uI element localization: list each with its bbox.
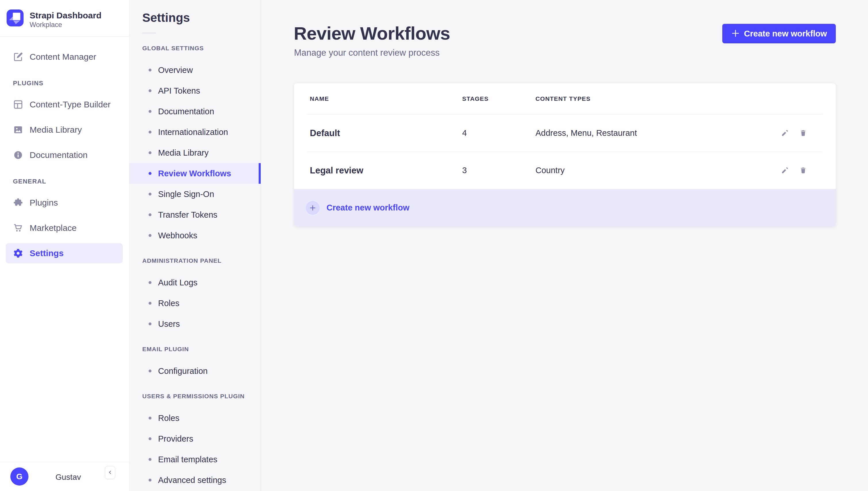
column-header-stages: STAGES (462, 95, 536, 102)
subnav-item-advanced-settings[interactable]: Advanced settings (129, 470, 261, 490)
edit-button[interactable] (781, 129, 789, 137)
content-types-cell: Address, Menu, Restaurant (536, 128, 750, 138)
collapse-sidebar-button[interactable] (105, 466, 115, 479)
subnav-item-review-workflows[interactable]: Review Workflows (129, 163, 261, 184)
column-header-content-types: CONTENT TYPES (536, 95, 750, 102)
cart-icon (13, 223, 23, 233)
subnav-item-email-templates[interactable]: Email templates (129, 449, 261, 470)
sidebar-item-label: Content Manager (30, 52, 96, 62)
info-icon (13, 150, 23, 160)
subnav-item-label: Configuration (158, 366, 208, 376)
subnav-item-label: API Tokens (158, 86, 200, 96)
trash-icon (799, 129, 807, 137)
sidebar-item-content-manager[interactable]: Content Manager (6, 47, 123, 67)
subnav-item-roles[interactable]: Roles (129, 408, 261, 428)
subnav-item-label: Single Sign-On (158, 190, 214, 199)
subnav-section-label: GLOBAL SETTINGS (142, 45, 261, 52)
subnav-item-label: Transfer Tokens (158, 210, 217, 220)
row-actions (750, 129, 836, 137)
trash-icon (799, 167, 807, 174)
subnav-item-internationalization[interactable]: Internationalization (129, 122, 261, 142)
settings-subnav: Settings GLOBAL SETTINGSOverviewAPI Toke… (129, 0, 261, 491)
bullet-icon (148, 89, 152, 92)
sidebar-item-label: Media Library (30, 125, 82, 135)
bullet-icon (148, 302, 152, 305)
sidebar-item-label: Content-Type Builder (30, 99, 111, 109)
subnav-item-transfer-tokens[interactable]: Transfer Tokens (129, 204, 261, 225)
table-row[interactable]: Legal review3Country (294, 152, 836, 189)
subnav-title: Settings (142, 11, 261, 25)
subnav-item-label: Advanced settings (158, 475, 226, 485)
workspace-title: Strapi Dashboard (30, 11, 102, 20)
sidebar-item-label: Marketplace (30, 223, 77, 233)
bullet-icon (148, 151, 152, 154)
subnav-item-label: Users (158, 319, 180, 329)
subnav-item-single-sign-on[interactable]: Single Sign-On (129, 184, 261, 204)
nav-section-label: GENERAL (13, 178, 129, 185)
sidebar-item-marketplace[interactable]: Marketplace (6, 218, 123, 238)
pen-icon (13, 52, 23, 62)
bullet-icon (148, 281, 152, 284)
delete-button[interactable] (799, 129, 807, 137)
subnav-item-label: Overview (158, 65, 193, 75)
create-workflow-row-label: Create new workflow (326, 203, 409, 212)
sidebar-footer: G Gustav (0, 462, 129, 491)
subnav-item-users[interactable]: Users (129, 314, 261, 334)
sidebar-item-documentation[interactable]: Documentation (6, 145, 123, 165)
page-title: Review Workflows (294, 23, 450, 44)
chevron-left-icon (107, 469, 113, 476)
sidebar-item-plugins[interactable]: Plugins (6, 193, 123, 213)
column-header-name: NAME (310, 95, 462, 102)
subnav-item-documentation[interactable]: Documentation (129, 101, 261, 122)
subnav-item-media-library[interactable]: Media Library (129, 142, 261, 163)
stages-cell: 3 (462, 166, 536, 175)
edit-button[interactable] (781, 167, 789, 174)
delete-button[interactable] (799, 167, 807, 174)
bullet-icon (148, 322, 152, 325)
subnav-item-label: Roles (158, 413, 179, 423)
puzzle-icon (13, 198, 23, 208)
subnav-item-providers[interactable]: Providers (129, 428, 261, 449)
subnav-section-label: EMAIL PLUGIN (142, 346, 261, 353)
subnav-item-api-tokens[interactable]: API Tokens (129, 80, 261, 101)
sidebar-item-content-type-builder[interactable]: Content-Type Builder (6, 94, 123, 115)
subnav-item-label: Documentation (158, 107, 214, 116)
subnav-item-label: Email templates (158, 455, 217, 464)
sidebar-item-label: Documentation (30, 150, 88, 160)
pencil-icon (781, 129, 789, 137)
bullet-icon (148, 458, 152, 461)
table-body: Default4Address, Menu, RestaurantLegal r… (294, 114, 836, 189)
stages-cell: 4 (462, 128, 536, 138)
user-avatar[interactable]: G (10, 467, 28, 486)
create-workflow-row[interactable]: Create new workflow (294, 189, 836, 227)
sidebar-item-media-library[interactable]: Media Library (6, 120, 123, 140)
main-content: Review Workflows Manage your content rev… (261, 0, 868, 491)
subnav-item-label: Roles (158, 299, 179, 308)
sidebar-item-settings[interactable]: Settings (6, 243, 123, 263)
row-actions (750, 167, 836, 174)
gear-icon (13, 248, 23, 258)
nav-section-label: PLUGINS (13, 80, 129, 87)
bullet-icon (148, 370, 152, 372)
bullet-icon (148, 193, 152, 196)
main-sidebar: Strapi Dashboard Workplace Content Manag… (0, 0, 129, 491)
workspace-header[interactable]: Strapi Dashboard Workplace (0, 0, 129, 37)
subnav-item-roles[interactable]: Roles (129, 293, 261, 314)
table-row[interactable]: Default4Address, Menu, Restaurant (294, 115, 836, 152)
create-workflow-button[interactable]: Create new workflow (722, 24, 836, 44)
subnav-sections: GLOBAL SETTINGSOverviewAPI TokensDocumen… (129, 45, 261, 490)
bullet-icon (148, 131, 152, 134)
subnav-item-webhooks[interactable]: Webhooks (129, 225, 261, 246)
page-subtitle: Manage your content review process (294, 48, 440, 58)
workflows-table: NAME STAGES CONTENT TYPES Default4Addres… (294, 83, 836, 227)
main-nav-list: Content ManagerPLUGINSContent-Type Build… (0, 37, 129, 263)
subnav-item-overview[interactable]: Overview (129, 60, 261, 80)
plus-icon (731, 29, 740, 38)
pencil-icon (781, 167, 789, 174)
bullet-icon (148, 213, 152, 216)
strapi-logo-icon (7, 9, 24, 26)
subnav-item-configuration[interactable]: Configuration (129, 360, 261, 381)
subnav-item-audit-logs[interactable]: Audit Logs (129, 272, 261, 293)
subnav-section-label: USERS & PERMISSIONS PLUGIN (142, 393, 261, 400)
subnav-item-label: Audit Logs (158, 278, 197, 287)
